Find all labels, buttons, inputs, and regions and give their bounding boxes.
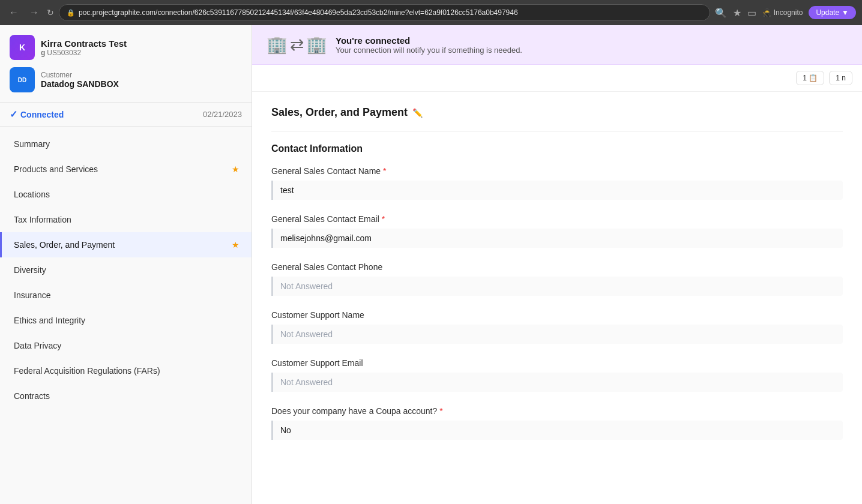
edit-icon[interactable]: ✏️ — [412, 108, 423, 118]
customer-label: Customer — [41, 71, 119, 79]
customer-initials: DD — [18, 77, 26, 83]
toolbar-btn2-label: 1 n — [836, 74, 846, 82]
incognito-icon: 🥷 — [762, 8, 771, 17]
field-label-general-sales-contact-phone: General Sales Contact Phone — [271, 262, 843, 272]
field-general-sales-contact-email: General Sales Contact Email * melisejohn… — [271, 214, 843, 248]
sidebar-header: K Kirra Contracts Test g US503032 DD Cus… — [0, 25, 252, 103]
toolbar-btn-2[interactable]: 1 n — [829, 71, 852, 85]
toolbar-btn1-label: 1 📋 — [803, 74, 818, 82]
sidebar-item-label: Data Privacy — [14, 341, 61, 350]
bookmark-button[interactable]: ★ — [733, 7, 741, 19]
field-customer-support-name: Customer Support Name Not Answered — [271, 310, 843, 344]
sidebar-item-label: Federal Acquisition Regulations (FARs) — [14, 366, 160, 376]
required-indicator: * — [383, 166, 386, 176]
field-general-sales-contact-phone: General Sales Contact Phone Not Answered — [271, 262, 843, 296]
search-browser-button[interactable]: 🔍 — [715, 7, 727, 19]
products-services-badge: ★ — [232, 164, 240, 174]
back-button[interactable]: ← — [6, 6, 22, 19]
sidebar-item-label: Diversity — [14, 265, 46, 275]
reload-button[interactable]: ↻ — [47, 8, 54, 17]
nav-list: Summary Products and Services ★ Location… — [0, 127, 252, 413]
forward-button[interactable]: → — [26, 6, 42, 19]
connected-label: Connected — [20, 110, 64, 119]
field-label-general-sales-contact-name: General Sales Contact Name * — [271, 166, 843, 176]
sidebar-item-sales-order-payment[interactable]: Sales, Order, and Payment ★ — [0, 232, 252, 257]
top-toolbar: 1 📋 1 n — [252, 65, 862, 92]
section-title: Sales, Order, and Payment ✏️ — [271, 106, 843, 119]
incognito-indicator: 🥷 Incognito — [762, 8, 803, 17]
arrows-icon: ⇄ — [290, 35, 304, 55]
org-id: g US503032 — [41, 49, 127, 57]
required-indicator: * — [382, 214, 385, 224]
url-text: poc.projectgraphite.com/connection/626c5… — [79, 8, 518, 17]
org-info: Kirra Contracts Test g US503032 — [41, 38, 127, 57]
org-card: K Kirra Contracts Test g US503032 — [10, 35, 242, 60]
section-divider — [271, 131, 843, 131]
sidebar-item-summary[interactable]: Summary — [0, 131, 252, 157]
customer-card: DD Customer Datadog SANDBOX — [10, 67, 242, 92]
field-value-customer-support-email: Not Answered — [271, 373, 843, 392]
update-chevron-icon: ▼ — [842, 8, 849, 17]
field-label-general-sales-contact-email: General Sales Contact Email * — [271, 214, 843, 224]
customer-avatar: DD — [10, 67, 35, 92]
field-label-customer-support-email: Customer Support Email — [271, 358, 843, 368]
update-button[interactable]: Update ▼ — [809, 6, 856, 19]
browser-chrome: ← → ↻ 🔒 poc.projectgraphite.com/connecti… — [0, 0, 862, 25]
customer-info: Customer Datadog SANDBOX — [41, 71, 119, 89]
sidebar-item-label: Ethics and Integrity — [14, 316, 85, 325]
main-content: 🏢 ⇄ 🏢 You're connected Your connection w… — [252, 25, 862, 504]
connection-banner: 🏢 ⇄ 🏢 You're connected Your connection w… — [252, 25, 862, 65]
sidebar-item-insurance[interactable]: Insurance — [0, 283, 252, 308]
connection-icon: 🏢 ⇄ 🏢 — [267, 35, 327, 55]
field-label-customer-support-name: Customer Support Name — [271, 310, 843, 320]
connection-status: ✓ Connected 02/21/2023 — [0, 103, 252, 127]
sidebar-item-label: Contracts — [14, 391, 50, 401]
sidebar-item-diversity[interactable]: Diversity — [0, 257, 252, 283]
sidebar-item-federal-acquisition[interactable]: Federal Acquisition Regulations (FARs) — [0, 358, 252, 383]
connected-date: 02/21/2023 — [203, 110, 242, 119]
customer-name: Datadog SANDBOX — [41, 79, 119, 89]
sidebar-item-ethics-integrity[interactable]: Ethics and Integrity — [0, 308, 252, 333]
connected-badge: ✓ Connected — [10, 109, 64, 120]
building2-icon: 🏢 — [306, 35, 327, 55]
field-customer-support-email: Customer Support Email Not Answered — [271, 358, 843, 392]
address-bar[interactable]: 🔒 poc.projectgraphite.com/connection/626… — [59, 4, 710, 21]
sidebar: K Kirra Contracts Test g US503032 DD Cus… — [0, 25, 252, 504]
sidebar-item-tax-information[interactable]: Tax Information — [0, 207, 252, 232]
browser-actions: 🔍 ★ ▭ 🥷 Incognito Update ▼ — [715, 6, 856, 19]
connection-title: You're connected — [336, 35, 522, 46]
org-type-badge: g — [41, 49, 45, 57]
field-value-coupa-account: No — [271, 421, 843, 440]
sidebar-item-products-services[interactable]: Products and Services ★ — [0, 157, 252, 182]
org-initials: K — [19, 43, 25, 52]
field-value-general-sales-contact-email: melisejohns@gmail.com — [271, 229, 843, 248]
form-section: Sales, Order, and Payment ✏️ Contact Inf… — [252, 92, 862, 469]
sales-order-badge: ★ — [232, 240, 240, 250]
sidebar-item-data-privacy[interactable]: Data Privacy — [0, 333, 252, 358]
org-name: Kirra Contracts Test — [41, 38, 127, 49]
subsection-title: Contact Information — [271, 143, 843, 154]
toolbar-btn-1[interactable]: 1 📋 — [796, 71, 824, 85]
building-icon: 🏢 — [267, 35, 288, 55]
field-value-customer-support-name: Not Answered — [271, 325, 843, 344]
field-value-general-sales-contact-phone: Not Answered — [271, 277, 843, 296]
sidebar-item-contracts[interactable]: Contracts — [0, 383, 252, 409]
lock-icon: 🔒 — [67, 9, 75, 17]
sidebar-item-label: Products and Services — [14, 164, 98, 174]
connection-text: You're connected Your connection will no… — [336, 35, 522, 55]
sidebar-item-locations[interactable]: Locations — [0, 182, 252, 207]
field-general-sales-contact-name: General Sales Contact Name * test — [271, 166, 843, 200]
sidebar-item-label: Locations — [14, 190, 50, 199]
check-icon: ✓ — [10, 109, 17, 120]
connection-subtitle: Your connection will notify you if somet… — [336, 46, 522, 55]
sidebar-item-label: Insurance — [14, 290, 50, 300]
field-coupa-account: Does your company have a Coupa account? … — [271, 406, 843, 440]
field-label-coupa-account: Does your company have a Coupa account? … — [271, 406, 843, 416]
split-view-button[interactable]: ▭ — [747, 7, 756, 19]
org-id-value: US503032 — [47, 49, 81, 57]
app-layout: K Kirra Contracts Test g US503032 DD Cus… — [0, 25, 862, 504]
section-title-text: Sales, Order, and Payment — [271, 106, 408, 119]
required-indicator: * — [439, 406, 442, 416]
sidebar-item-label: Sales, Order, and Payment — [14, 240, 115, 250]
org-avatar: K — [10, 35, 35, 60]
